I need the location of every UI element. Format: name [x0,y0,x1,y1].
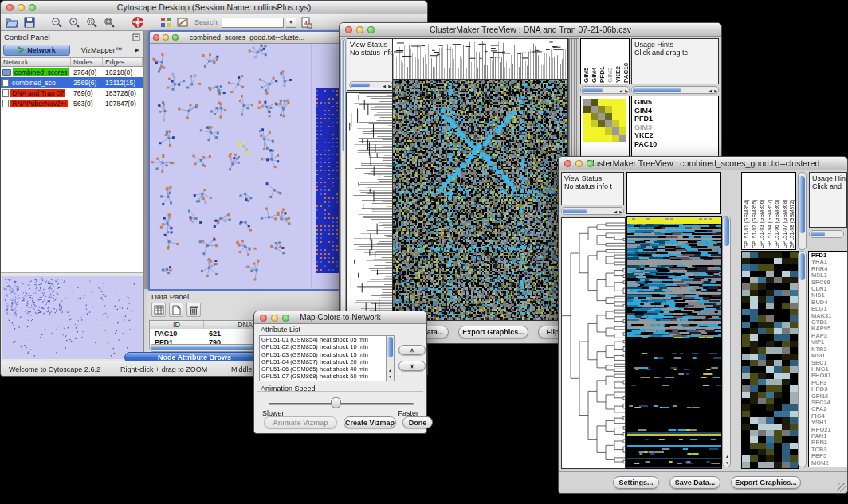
zoom-button[interactable] [172,34,179,41]
scroll-right-icon[interactable]: ▶ [388,83,391,89]
export-graphics-button[interactable]: Export Graphics... [458,326,528,338]
attribute-list-item[interactable]: GPL51-03 (GSM856) heat shock 15 min [260,351,394,358]
scroll-left-icon[interactable]: ◀ [709,88,712,94]
scroll-down-icon[interactable]: ▼ [725,459,729,466]
cytoscape-titlebar[interactable]: Cytoscape Desktop (Session Name: collins… [1,1,427,14]
attribute-list-vscrollbar[interactable]: ▲ ▼ [386,336,394,381]
zoom-selected-button[interactable] [84,15,100,29]
scroll-down-icon[interactable]: ▼ [388,373,392,380]
attribute-list-item[interactable]: GPL51-06 (GSM865) heat shock 40 min [260,365,394,373]
scrollbar-thumb[interactable] [724,217,729,246]
zoom-out-button[interactable] [49,15,65,29]
attribute-list-item[interactable]: GPL51-04 (GSM857) heat shock 20 min [260,358,394,365]
animate-vizmap-button[interactable]: Animate Vizmap [264,416,337,428]
zoom-in-button[interactable] [67,15,82,29]
column-dendrogram-canvas[interactable] [392,38,568,80]
treeview2-titlebar[interactable]: ClusterMaker TreeView : combined_scores_… [559,157,847,170]
float-panel-icon[interactable] [132,33,140,41]
search-input[interactable] [222,18,284,28]
network-view-titlebar[interactable]: combined_scores_good.txt--cluste... [150,32,344,44]
view-status-hscrollbar[interactable]: ◀ ▶ [349,81,393,88]
scrollbar-thumb[interactable] [342,40,344,151]
tab-overflow-button[interactable]: ▶ [133,47,141,53]
search-dropdown-button[interactable]: ▼ [286,18,296,28]
close-button[interactable] [6,4,14,11]
move-up-button[interactable]: ∧ [398,345,426,355]
network-view-canvas[interactable] [150,44,344,289]
export-graphics-button[interactable]: Export Graphics... [731,476,801,489]
tab-network[interactable]: Network [3,45,70,56]
slider-thumb[interactable] [331,397,341,408]
attribute-list-item[interactable]: GPL51-07 (GSM868) heat shock 60 min [260,373,394,380]
close-button[interactable] [260,315,267,322]
minimize-button[interactable] [356,26,363,33]
column-dendrogram-area[interactable] [626,172,721,214]
scrollbar-thumb[interactable] [351,83,370,87]
scrollbar-thumb[interactable] [582,88,603,92]
network-row[interactable]: RNAPuberNov2+I563(0)107847(0) [1,98,143,108]
hints-hscrollbar[interactable]: ◀ ▶ [631,86,719,94]
labels-vscrollbar[interactable] [798,172,807,250]
scroll-up-icon[interactable]: ▲ [388,367,392,373]
row-dendrogram-canvas[interactable] [561,217,626,469]
select-attributes-button[interactable] [151,303,166,317]
move-down-button[interactable]: ∨ [398,361,426,371]
scroll-left-icon[interactable]: ◀ [619,88,622,94]
network-row[interactable]: combined_scores2764(0)16218(0) [1,67,143,77]
correlation-matrix[interactable] [583,99,626,142]
minimize-button[interactable] [271,315,278,322]
zoom-button[interactable] [367,26,375,33]
zoom-button[interactable] [282,315,289,322]
zoom-button[interactable] [587,160,594,167]
treeview1-titlebar[interactable]: ClusterMaker TreeView : DNA and Tran 07-… [340,23,721,37]
scroll-right-icon[interactable]: ▶ [619,209,622,215]
minimize-button[interactable] [18,4,25,11]
scrollbar-thumb[interactable] [811,232,825,236]
settings-button[interactable]: Settings... [613,476,659,489]
view-status-hscrollbar[interactable]: ◀ ▶ [561,207,624,215]
row-dendrogram-canvas[interactable] [346,92,397,321]
close-button[interactable] [564,160,571,167]
open-session-button[interactable] [4,15,19,29]
scrollbar-thumb[interactable] [633,88,681,92]
close-button[interactable] [153,34,159,41]
zoom-hscrollbar[interactable]: ◀ ▶ [580,86,630,94]
zoom-heatmap-canvas[interactable] [741,251,799,469]
network-row[interactable]: combined_sco2569(6)13112(15) [1,77,143,88]
scroll-left-icon[interactable]: ◀ [614,209,617,215]
new-attribute-button[interactable] [169,303,183,317]
heatmap-vscrollbar[interactable]: ▲ ▼ [722,216,731,467]
zoom-fit-button[interactable] [102,15,117,29]
annotation-button[interactable] [175,15,190,29]
zoom-button[interactable] [29,4,36,11]
scrollbar-thumb[interactable] [387,337,393,357]
attribute-list-item[interactable]: GPL51-02 (GSM855) heat shock 10 min [260,343,394,350]
column-header[interactable]: ID [150,321,204,329]
scroll-right-icon[interactable]: ▶ [625,88,628,94]
global-heatmap-canvas[interactable] [392,79,568,321]
delete-attribute-button[interactable] [186,303,201,317]
dialog-titlebar[interactable]: Map Colors to Network [254,311,426,324]
network-report-button[interactable] [299,15,314,29]
main-heatmap-canvas[interactable] [626,216,722,469]
scroll-left-icon[interactable]: ◀ [383,83,386,89]
network-overview-canvas[interactable] [2,276,143,359]
done-button[interactable]: Done [402,416,433,428]
scrollbar-thumb[interactable] [799,176,805,233]
column-header[interactable]: Network [1,58,71,66]
resize-grip[interactable] [837,483,846,492]
save-data-button[interactable]: Save Data... [669,476,720,489]
minimize-button[interactable] [575,160,583,167]
close-button[interactable] [345,26,352,33]
animation-speed-slider[interactable] [269,403,414,405]
scroll-right-icon[interactable]: ▶ [714,88,717,94]
attribute-list[interactable]: GPL51-01 (GSM854) heat shock 05 minGPL51… [259,335,395,381]
scroll-up-icon[interactable]: ▲ [725,453,729,459]
column-header[interactable]: Nodes [71,58,103,66]
scrollbar-thumb[interactable] [563,209,587,213]
scrollbar-thumb[interactable] [799,253,805,280]
create-vizmap-button[interactable]: Create Vizmap [344,416,396,428]
column-header[interactable]: Edges [103,58,143,66]
help-button[interactable] [130,15,145,29]
attribute-list-item[interactable]: GPL51-01 (GSM854) heat shock 05 min [260,336,394,343]
